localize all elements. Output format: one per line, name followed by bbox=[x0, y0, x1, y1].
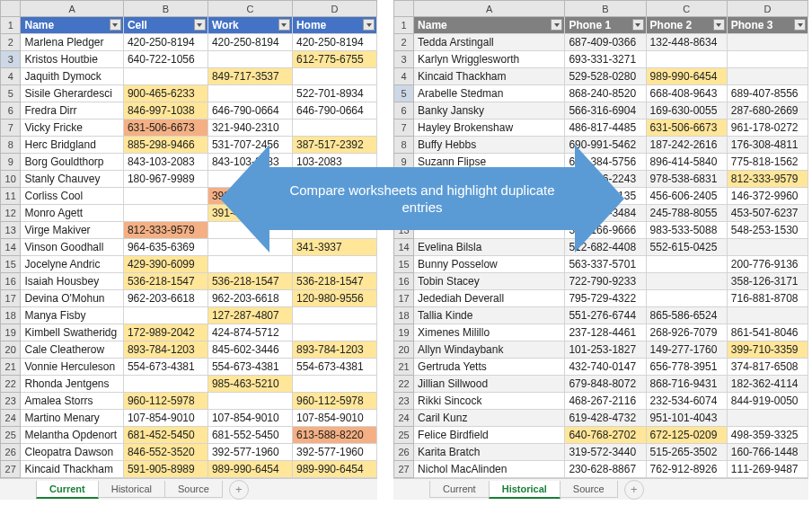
cell[interactable]: 775-818-1562 bbox=[727, 154, 808, 171]
cell[interactable]: Evelina Bilsla bbox=[414, 239, 565, 256]
cell[interactable]: Jillian Sillwood bbox=[414, 376, 565, 393]
col-header-A[interactable]: A bbox=[21, 1, 123, 17]
row-header[interactable]: 15 bbox=[1, 256, 21, 273]
cell[interactable]: 722-790-9233 bbox=[565, 273, 646, 290]
cell[interactable]: 399-710-3359 bbox=[727, 341, 808, 359]
cell[interactable]: 845-602-3446 bbox=[207, 341, 292, 359]
cell[interactable]: Kimbell Swatheridg bbox=[21, 324, 123, 341]
cell[interactable] bbox=[727, 410, 808, 427]
select-all[interactable] bbox=[1, 1, 21, 17]
cell[interactable] bbox=[292, 188, 376, 205]
cell[interactable]: 321-940-2310 bbox=[207, 120, 292, 137]
cell[interactable]: 812-333-9579 bbox=[123, 222, 207, 239]
cell[interactable]: 319-572-3440 bbox=[565, 444, 646, 461]
cell[interactable]: 127-287-4807 bbox=[207, 307, 292, 324]
row-header[interactable]: 13 bbox=[1, 222, 21, 239]
sheet-tab-historical[interactable]: Historical bbox=[98, 481, 165, 498]
cell[interactable]: 716-881-8708 bbox=[727, 290, 808, 307]
cell[interactable]: Melantha Opdenort bbox=[21, 427, 123, 444]
filter-dropdown-icon[interactable] bbox=[363, 19, 375, 31]
cell[interactable]: 900-465-6233 bbox=[123, 85, 207, 102]
cell[interactable]: 893-784-1203 bbox=[292, 341, 376, 359]
cell[interactable]: 486-817-4485 bbox=[565, 120, 646, 137]
row-header[interactable]: 11 bbox=[1, 188, 21, 205]
cell[interactable] bbox=[292, 307, 376, 324]
row-header[interactable]: 6 bbox=[1, 102, 21, 120]
cell[interactable]: Devina O'Mohun bbox=[21, 290, 123, 307]
cell[interactable]: Tedda Arstingall bbox=[414, 34, 565, 51]
cell[interactable]: Allyn Windaybank bbox=[414, 341, 565, 359]
cell[interactable] bbox=[646, 51, 727, 68]
cell[interactable]: 141-733-1135 bbox=[565, 188, 646, 205]
cell[interactable]: 849-717-3537 bbox=[207, 68, 292, 85]
cell[interactable]: 989-990-6454 bbox=[646, 68, 727, 85]
cell[interactable]: 172-989-2042 bbox=[123, 324, 207, 341]
cell[interactable]: 690-991-5462 bbox=[565, 137, 646, 154]
cell[interactable]: 640-768-2702 bbox=[565, 427, 646, 444]
cell[interactable]: 646-790-0664 bbox=[292, 102, 376, 120]
cell[interactable]: 846-552-3520 bbox=[123, 444, 207, 461]
grid-left[interactable]: ABCD1NameCellWorkHome2Marlena Pledger420… bbox=[0, 0, 377, 478]
col-header-C[interactable]: C bbox=[646, 1, 727, 17]
row-header[interactable]: 17 bbox=[394, 290, 414, 307]
row-header[interactable]: 15 bbox=[394, 256, 414, 273]
cell[interactable]: 232-534-6074 bbox=[646, 393, 727, 410]
cell[interactable]: Karita Bratch bbox=[414, 444, 565, 461]
cell[interactable] bbox=[292, 171, 376, 188]
cell[interactable]: 456-606-2405 bbox=[646, 188, 727, 205]
cell[interactable]: Cleopatra Dawson bbox=[21, 444, 123, 461]
cell[interactable]: Monro Agett bbox=[21, 205, 123, 222]
row-header[interactable]: 14 bbox=[394, 239, 414, 256]
cell[interactable]: Stanly Chauvey bbox=[21, 171, 123, 188]
cell[interactable]: 960-112-5978 bbox=[292, 393, 376, 410]
cell[interactable]: 687-409-0366 bbox=[565, 34, 646, 51]
cell[interactable]: 536-218-1547 bbox=[207, 273, 292, 290]
cell[interactable] bbox=[207, 393, 292, 410]
cell[interactable]: 169-630-0055 bbox=[646, 102, 727, 120]
cell[interactable]: 180-967-9989 bbox=[123, 171, 207, 188]
cell[interactable]: Borg Gouldthorp bbox=[21, 154, 123, 171]
cell[interactable]: 552-615-0425 bbox=[646, 239, 727, 256]
cell[interactable]: 646-790-0664 bbox=[207, 102, 292, 120]
cell[interactable] bbox=[727, 239, 808, 256]
cell[interactable]: 868-716-9431 bbox=[646, 376, 727, 393]
cell[interactable] bbox=[292, 376, 376, 393]
cell[interactable]: 554-673-4381 bbox=[207, 359, 292, 376]
cell[interactable]: Kincaid Thackham bbox=[414, 68, 565, 85]
cell[interactable]: Virge Makiver bbox=[21, 222, 123, 239]
cell[interactable] bbox=[646, 290, 727, 307]
cell[interactable]: Felice Birdfield bbox=[414, 427, 565, 444]
cell[interactable]: 865-586-6524 bbox=[646, 307, 727, 324]
row-header[interactable]: 16 bbox=[394, 273, 414, 290]
cell[interactable]: 961-178-0272 bbox=[727, 120, 808, 137]
row-header[interactable]: 9 bbox=[1, 154, 21, 171]
cell[interactable]: 960-112-5978 bbox=[123, 393, 207, 410]
cell[interactable]: 432-740-0147 bbox=[565, 359, 646, 376]
cell[interactable]: Rikki Sincock bbox=[414, 393, 565, 410]
cell[interactable]: 983-533-5088 bbox=[646, 222, 727, 239]
cell[interactable]: 896-414-5840 bbox=[646, 154, 727, 171]
cell[interactable] bbox=[123, 376, 207, 393]
cell[interactable]: 989-990-6454 bbox=[207, 461, 292, 478]
cell[interactable] bbox=[207, 239, 292, 256]
select-all[interactable] bbox=[394, 1, 414, 17]
cell[interactable]: Buffy Hebbs bbox=[414, 137, 565, 154]
table-header-3[interactable]: Phone 3 bbox=[727, 17, 808, 34]
row-header[interactable]: 27 bbox=[1, 461, 21, 478]
cell[interactable] bbox=[292, 222, 376, 239]
row-header[interactable]: 22 bbox=[1, 376, 21, 393]
cell[interactable]: 468-267-2116 bbox=[565, 393, 646, 410]
sheet-tab-current[interactable]: Current bbox=[429, 481, 490, 498]
cell[interactable]: 891-444-3484 bbox=[565, 205, 646, 222]
cell[interactable]: Cale Cleatherow bbox=[21, 341, 123, 359]
cell[interactable]: 985-463-5210 bbox=[207, 376, 292, 393]
cell[interactable]: Martino Menary bbox=[21, 410, 123, 427]
cell[interactable]: 358-126-3171 bbox=[727, 273, 808, 290]
cell[interactable]: Banky Jansky bbox=[414, 102, 565, 120]
cell[interactable]: 498-359-3325 bbox=[727, 427, 808, 444]
cell[interactable]: 176-308-4811 bbox=[727, 137, 808, 154]
row-header[interactable]: 25 bbox=[394, 427, 414, 444]
row-header[interactable]: 6 bbox=[394, 102, 414, 120]
cell[interactable]: 554-673-4381 bbox=[292, 359, 376, 376]
cell[interactable]: Rhonda Jentgens bbox=[21, 376, 123, 393]
